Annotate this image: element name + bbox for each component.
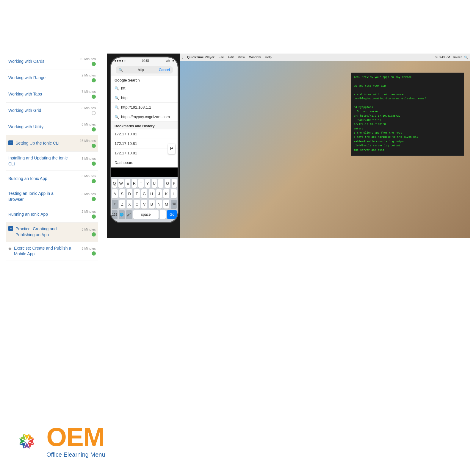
help-menu[interactable]: Help xyxy=(265,55,272,59)
sidebar-item-left: Building an Ionic App xyxy=(8,176,47,182)
signal-dot xyxy=(122,60,123,62)
key-g[interactable]: G xyxy=(141,189,147,198)
quicktime-menu: QuickTime Player xyxy=(187,55,214,59)
sidebar-item-exercise-create-publish[interactable]: ◆ Exercise: Create and Publish a Mobile … xyxy=(6,242,98,261)
key-s[interactable]: S xyxy=(119,189,125,198)
file-menu[interactable]: File xyxy=(219,55,224,59)
key-t[interactable]: T xyxy=(138,179,143,188)
signal-dot xyxy=(117,60,118,62)
sidebar-item-right: 3 Minutes xyxy=(82,192,96,201)
minutes-label: 16 Minutes xyxy=(80,139,96,143)
window-menu[interactable]: Window xyxy=(249,55,261,59)
key-m[interactable]: M xyxy=(163,200,169,209)
ios-cancel-button[interactable]: Cancel xyxy=(159,68,170,72)
sidebar-item-label: Practice: Creating and Publishing an App xyxy=(15,226,75,238)
key-l[interactable]: L xyxy=(171,189,177,198)
sidebar-item-practice-creating-app[interactable]: Practice: Creating and Publishing an App… xyxy=(6,223,98,242)
key-123[interactable]: 123 xyxy=(112,210,118,219)
key-j[interactable]: J xyxy=(156,189,162,198)
key-h[interactable]: H xyxy=(149,189,155,198)
key-p[interactable]: P xyxy=(172,179,177,188)
key-x[interactable]: X xyxy=(127,200,133,209)
status-dot-green xyxy=(92,127,96,131)
suggestion-htt[interactable]: 🔍 htt xyxy=(111,84,178,93)
sidebar-item-building-ionic-app[interactable]: Building an Ionic App 6 Minutes xyxy=(6,171,98,187)
key-go[interactable]: Go xyxy=(167,210,177,219)
search-icon[interactable]: 🔍 xyxy=(464,56,468,59)
view-menu[interactable]: View xyxy=(238,55,245,59)
key-d[interactable]: D xyxy=(127,189,133,198)
sidebar-item-working-with-range[interactable]: Working with Range 2 Minutes xyxy=(6,70,98,86)
key-y[interactable]: Y xyxy=(145,179,150,188)
suggestion-https-cognizant[interactable]: 🔍 https://mypay.cognizant.com xyxy=(111,112,178,122)
mac-screenshot:  QuickTime Player File Edit View Window… xyxy=(180,54,470,238)
key-z[interactable]: Z xyxy=(119,200,125,209)
suggestion-http[interactable]: 🔍 http xyxy=(111,93,178,103)
key-i[interactable]: I xyxy=(158,179,163,188)
sidebar-item-installing-ionic-cli[interactable]: Installing and Updating the Ionic CLI 3 … xyxy=(6,152,98,171)
active-minus-icon xyxy=(8,226,13,231)
key-w[interactable]: W xyxy=(118,179,123,188)
sidebar-item-left: Working with Range xyxy=(8,75,46,81)
sidebar-item-working-with-grid[interactable]: Working with Grid 8 Minutes xyxy=(6,103,98,119)
video-inner:  QuickTime Player File Edit View Window… xyxy=(107,54,470,238)
sidebar-item-running-ionic-app[interactable]: Running an Ionic App 2 Minutes xyxy=(6,206,98,223)
search-icon: 🔍 xyxy=(115,96,119,100)
key-period[interactable]: . xyxy=(160,210,166,219)
bookmark-3[interactable]: 172.17.10.81 xyxy=(111,148,178,158)
mac-user: Trainer xyxy=(452,56,462,59)
sidebar: Working with Cards 10 Minutes Working wi… xyxy=(6,54,101,400)
key-c[interactable]: C xyxy=(134,200,140,209)
ios-statusbar: 09:51 WiFi ■ xyxy=(111,57,178,64)
key-a[interactable]: A xyxy=(112,189,118,198)
key-mic[interactable]: 🎤 xyxy=(126,210,132,219)
page-container: Working with Cards 10 Minutes Working wi… xyxy=(0,0,476,476)
sidebar-item-left: Practice: Creating and Publishing an App xyxy=(8,226,75,238)
search-small-icon: 🔍 xyxy=(119,68,123,72)
minutes-label: 3 Minutes xyxy=(82,192,96,196)
sidebar-item-label: Building an Ionic App xyxy=(8,176,47,182)
sidebar-item-label: Running an Ionic App xyxy=(8,212,48,217)
key-v[interactable]: V xyxy=(141,200,147,209)
bookmark-2[interactable]: 172.17.10.81 xyxy=(111,139,178,148)
bookmark-1[interactable]: 172.17.10.81 xyxy=(111,129,178,139)
key-o[interactable]: O xyxy=(165,179,170,188)
sidebar-item-left: Working with Cards xyxy=(8,59,44,65)
key-u[interactable]: U xyxy=(152,179,157,188)
minutes-label: 3 Minutes xyxy=(82,157,96,160)
sidebar-item-setting-up-ionic-cli[interactable]: Setting Up the Ionic CLI 16 Minutes xyxy=(6,135,98,152)
terminal-area: led. Preview your apps on any device ew … xyxy=(351,73,464,156)
sidebar-item-working-with-cards[interactable]: Working with Cards 10 Minutes xyxy=(6,54,98,70)
keyboard-row-3: ⇧ Z X C V B N M ⌫ xyxy=(112,200,177,209)
ios-keyboard: Q W E R T Y U I O P xyxy=(111,177,178,222)
status-dot-green xyxy=(92,251,96,256)
ios-url-text[interactable]: http xyxy=(138,68,144,72)
key-space[interactable]: space xyxy=(133,210,159,219)
oem-brand-text: OEM xyxy=(46,424,105,450)
key-q[interactable]: Q xyxy=(112,179,117,188)
sidebar-item-working-with-utility[interactable]: Working with Utility 6 Minutes xyxy=(6,119,98,135)
ios-signal-dots xyxy=(115,60,126,62)
key-k[interactable]: K xyxy=(163,189,169,198)
key-f[interactable]: F xyxy=(134,189,140,198)
sidebar-item-testing-ionic-app[interactable]: Testing an Ionic App in a Browser 3 Minu… xyxy=(6,187,98,206)
key-r[interactable]: R xyxy=(132,179,137,188)
sidebar-item-right: 2 Minutes xyxy=(82,210,96,219)
key-b[interactable]: B xyxy=(149,200,155,209)
key-shift[interactable]: ⇧ xyxy=(112,200,118,209)
mac-menubar:  QuickTime Player File Edit View Window… xyxy=(180,54,470,61)
sidebar-item-left: Setting Up the Ionic CLI xyxy=(8,140,60,146)
ios-url-bar[interactable]: 🔍 http Cancel xyxy=(116,66,173,73)
edit-menu[interactable]: Edit xyxy=(228,55,234,59)
bookmark-text: 172.17.10.81 xyxy=(115,151,137,155)
key-n[interactable]: N xyxy=(156,200,162,209)
ios-time: 09:51 xyxy=(142,59,149,62)
suggestion-http-192[interactable]: 🔍 http://192.168.1.1 xyxy=(111,103,178,112)
sidebar-item-working-with-tabs[interactable]: Working with Tabs 7 Minutes xyxy=(6,86,98,103)
key-globe[interactable]: 🌐 xyxy=(119,210,125,219)
key-e[interactable]: E xyxy=(125,179,130,188)
key-backspace[interactable]: ⌫ xyxy=(171,200,177,209)
sidebar-item-left: Working with Grid xyxy=(8,108,41,114)
bookmark-dashboard[interactable]: Dashboard xyxy=(111,158,178,167)
sidebar-item-right: 5 Minutes xyxy=(82,228,96,237)
